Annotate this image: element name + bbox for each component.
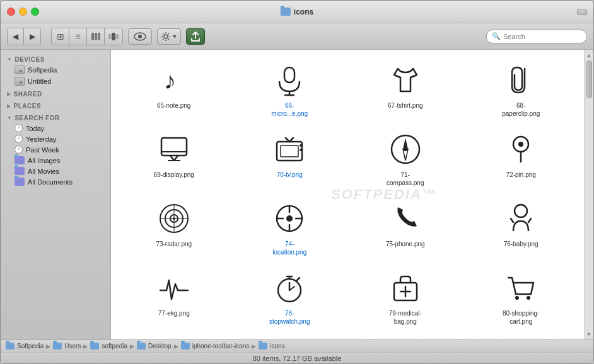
svg-point-62 [515,296,519,300]
ekg-icon [155,269,193,307]
scrollbar[interactable]: ▲ ▼ [584,50,593,339]
clock-icon-yesterday [15,135,23,143]
file-item-tv[interactable]: 70-tv.png [233,125,347,192]
mic-icon [271,61,308,99]
sidebar-item-allmovies[interactable]: All Movies [1,166,110,176]
list-view-button[interactable]: ≡ [69,28,87,45]
scroll-thumb[interactable] [586,60,592,98]
file-name: 72-pin.png [506,171,536,179]
file-name: 65-note.png [157,101,190,110]
scroll-down-arrow[interactable]: ▼ [585,330,593,338]
shared-header: ▶ SHARED [1,87,110,99]
breadcrumb-iphone-icon [181,343,190,350]
sidebar-item-today[interactable]: Today [1,123,110,134]
sidebar-item-pastweek[interactable]: Past Week [1,144,110,155]
action-gear-button[interactable]: ▼ [157,28,181,45]
file-item-paperclip[interactable]: 68- paperclip.png [465,56,578,123]
radar-icon [155,200,193,237]
file-item-radar[interactable]: 73-radar.png [117,195,231,261]
file-name: 70-tv.png [277,171,303,179]
search-box[interactable]: 🔍 [486,30,587,43]
search-icon: 🔍 [492,32,501,40]
clock-icon-pastweek [15,145,23,154]
svg-rect-3 [108,34,112,39]
breadcrumb-arrow-5: ▶ [252,343,256,350]
folder-icon-docs [15,178,25,186]
eye-button[interactable] [128,28,152,45]
share-button[interactable] [186,28,205,45]
devices-header: ▼ DEVICES [1,52,110,64]
svg-rect-29 [281,145,298,157]
breadcrumb-users-icon [53,343,62,350]
svg-point-30 [300,144,302,147]
file-item-tshirt[interactable]: 67-tshirt.png [349,56,462,123]
file-item-cart[interactable]: 80-shopping- cart.png [465,264,578,331]
sidebar-item-yesterday[interactable]: Yesterday [1,134,110,144]
svg-line-13 [163,33,164,35]
forward-button[interactable]: ▶ [24,28,40,45]
window-title: icons [281,8,313,16]
cart-icon [502,269,540,307]
maximize-button[interactable] [31,8,39,16]
breadcrumb-arrow-1: ▶ [46,343,50,350]
file-item-display[interactable]: 69-display.png [117,125,231,192]
sidebar-item-alldocs[interactable]: All Documents [1,176,110,187]
file-name: 69-display.png [154,171,194,179]
location-icon [271,200,308,237]
window-folder-icon [281,8,291,16]
sidebar: ▼ DEVICES Softpedia Untitled ▶ SHARED ▶ … [1,50,111,339]
file-item-medical[interactable]: 79-medical- bag.png [349,264,462,331]
column-view-button[interactable] [87,28,105,45]
file-item-mic[interactable]: 66- micro...e.png [233,56,347,123]
back-button[interactable]: ◀ [8,28,24,45]
file-name: 80-shopping- cart.png [503,309,539,326]
svg-text:♪: ♪ [164,67,176,94]
file-item-baby[interactable]: 76-baby.png [465,195,578,261]
file-name: 75-phone.png [386,240,425,248]
breadcrumb-icons-icon [259,343,267,350]
file-item-ekg[interactable]: 77-ekg.png [117,264,231,331]
sidebar-item-softpedia[interactable]: Softpedia [1,64,110,76]
svg-point-37 [518,142,523,147]
breadcrumb-desktop-icon [137,343,146,350]
finder-window: icons ◀ ▶ ⊞ ≡ [0,0,594,364]
search-input[interactable] [503,33,581,40]
search-header: ▼ SEARCH FOR [1,111,110,123]
file-grid: ♪65-note.png66- micro...e.png67-tshirt.p… [111,50,584,339]
window-resize-handle[interactable] [577,9,587,15]
paperclip-icon [502,61,540,99]
shared-triangle: ▶ [7,91,11,97]
file-item-pin[interactable]: 72-pin.png [465,125,578,192]
svg-rect-2 [98,33,100,40]
places-header: ▶ PLACES [1,99,110,111]
file-item-compass[interactable]: 71- compass.png [349,125,462,192]
breadcrumb-root-icon [6,343,15,350]
file-name: 74- location.png [272,240,306,256]
traffic-lights [7,8,39,16]
file-name: 76-baby.png [504,240,539,248]
close-button[interactable] [7,8,15,16]
file-item-phone[interactable]: 75-phone.png [349,195,462,261]
file-item-location[interactable]: 74- location.png [233,195,347,261]
compass-icon [387,130,424,168]
svg-rect-21 [161,138,187,156]
toolbar: ◀ ▶ ⊞ ≡ [1,23,593,50]
status-info-bar: 80 items, 72.17 GB available [1,352,593,363]
baby-icon [502,200,540,237]
cover-view-button[interactable] [105,28,122,45]
svg-line-16 [163,38,164,40]
hdd-icon-untitled [15,77,25,86]
scroll-up-arrow[interactable]: ▲ [585,51,593,59]
folder-icon-movies [15,167,25,175]
minimize-button[interactable] [19,8,27,16]
sidebar-item-untitled[interactable]: Untitled [1,76,110,87]
file-item-stopwatch[interactable]: 78- stopwatch.png [233,264,347,331]
hdd-icon [15,65,25,74]
breadcrumb-arrow-4: ▶ [174,343,178,350]
places-triangle: ▶ [7,103,11,109]
icon-view-button[interactable]: ⊞ [52,28,69,45]
file-content: ♪65-note.png66- micro...e.png67-tshirt.p… [111,50,584,339]
clock-icon-today [15,124,23,132]
file-item-note[interactable]: ♪65-note.png [117,56,231,123]
sidebar-item-allimages[interactable]: All Images [1,155,110,166]
